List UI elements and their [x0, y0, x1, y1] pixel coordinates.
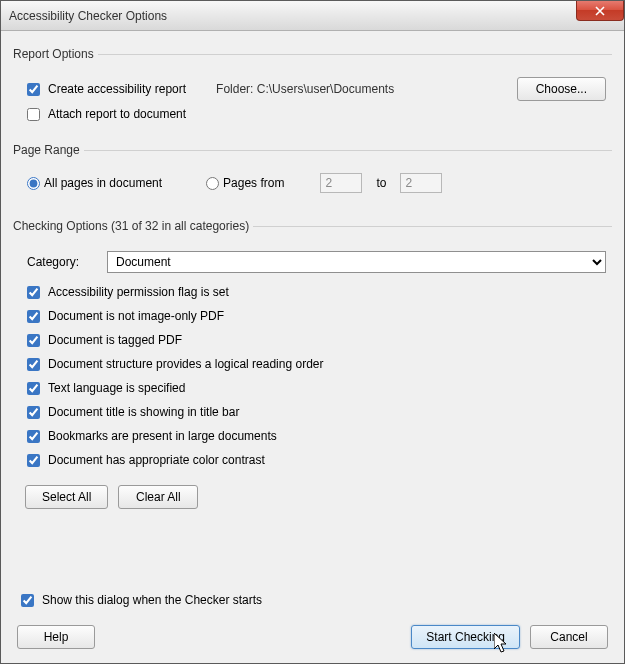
check-list: Accessibility permission flag is set Doc…: [19, 285, 606, 467]
all-pages-radio[interactable]: [27, 177, 40, 190]
select-all-button[interactable]: Select All: [25, 485, 108, 509]
all-pages-label: All pages in document: [44, 176, 162, 190]
page-from-input[interactable]: [320, 173, 362, 193]
close-button[interactable]: [576, 1, 624, 21]
page-to-input[interactable]: [400, 173, 442, 193]
dialog-body: Report Options Create accessibility repo…: [1, 31, 624, 663]
clear-all-button[interactable]: Clear All: [118, 485, 198, 509]
check-item: Bookmarks are present in large documents: [19, 429, 606, 443]
show-dialog-checkbox[interactable]: [21, 594, 34, 607]
check-item: Document structure provides a logical re…: [19, 357, 606, 371]
report-options-group: Report Options Create accessibility repo…: [13, 47, 612, 131]
report-options-legend: Report Options: [13, 47, 98, 61]
folder-label: Folder: C:\Users\user\Documents: [216, 82, 394, 96]
close-icon: [595, 6, 605, 16]
check-item-checkbox[interactable]: [27, 286, 40, 299]
to-label: to: [376, 176, 386, 190]
help-button[interactable]: Help: [17, 625, 95, 649]
check-item-checkbox[interactable]: [27, 430, 40, 443]
cancel-button[interactable]: Cancel: [530, 625, 608, 649]
check-item: Document has appropriate color contrast: [19, 453, 606, 467]
check-item: Document is not image-only PDF: [19, 309, 606, 323]
create-report-label: Create accessibility report: [48, 82, 186, 96]
check-item-checkbox[interactable]: [27, 310, 40, 323]
check-item-checkbox[interactable]: [27, 406, 40, 419]
attach-report-label: Attach report to document: [48, 107, 186, 121]
attach-report-checkbox[interactable]: [27, 108, 40, 121]
check-item-label: Document is not image-only PDF: [48, 309, 224, 323]
check-item-label: Accessibility permission flag is set: [48, 285, 229, 299]
category-select[interactable]: Document: [107, 251, 606, 273]
choose-folder-button[interactable]: Choose...: [517, 77, 606, 101]
check-item-label: Text language is specified: [48, 381, 185, 395]
dialog-footer: Help Start Checking Cancel: [13, 617, 612, 651]
category-label: Category:: [27, 255, 107, 269]
check-item-label: Document has appropriate color contrast: [48, 453, 265, 467]
checking-options-legend: Checking Options (31 of 32 in all catego…: [13, 219, 253, 233]
page-range-group: Page Range All pages in document Pages f…: [13, 143, 612, 207]
titlebar: Accessibility Checker Options: [1, 1, 624, 31]
pages-from-radio[interactable]: [206, 177, 219, 190]
show-dialog-label: Show this dialog when the Checker starts: [42, 593, 262, 607]
check-item-label: Bookmarks are present in large documents: [48, 429, 277, 443]
check-item-checkbox[interactable]: [27, 382, 40, 395]
window-title: Accessibility Checker Options: [9, 9, 167, 23]
check-item: Document is tagged PDF: [19, 333, 606, 347]
check-item: Document title is showing in title bar: [19, 405, 606, 419]
create-report-checkbox[interactable]: [27, 83, 40, 96]
check-item-checkbox[interactable]: [27, 358, 40, 371]
check-item-label: Document structure provides a logical re…: [48, 357, 323, 371]
checking-options-group: Checking Options (31 of 32 in all catego…: [13, 219, 612, 585]
page-range-legend: Page Range: [13, 143, 84, 157]
check-item-checkbox[interactable]: [27, 454, 40, 467]
check-item: Text language is specified: [19, 381, 606, 395]
check-item-checkbox[interactable]: [27, 334, 40, 347]
dialog-window: Accessibility Checker Options Report Opt…: [0, 0, 625, 664]
pages-from-label: Pages from: [223, 176, 284, 190]
check-item: Accessibility permission flag is set: [19, 285, 606, 299]
start-checking-button[interactable]: Start Checking: [411, 625, 520, 649]
check-item-label: Document is tagged PDF: [48, 333, 182, 347]
check-item-label: Document title is showing in title bar: [48, 405, 239, 419]
